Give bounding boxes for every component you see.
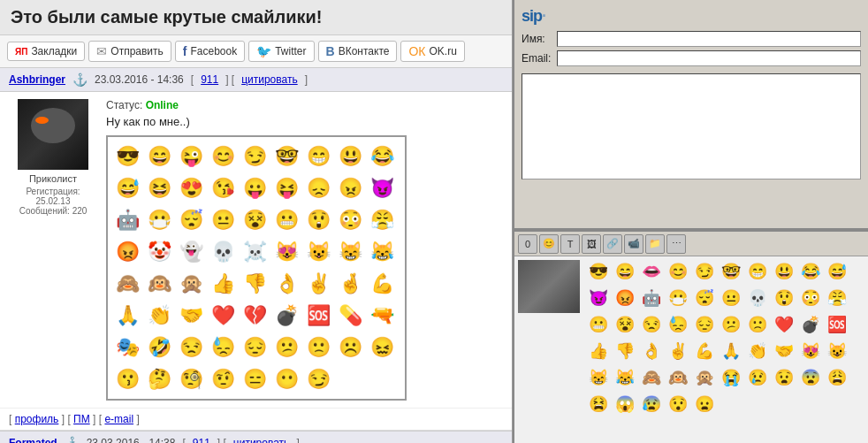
post-2-quote[interactable]: цитировать — [233, 437, 290, 443]
emoji-item[interactable]: 😊 — [207, 141, 239, 172]
picker-emoji-item[interactable]: 👌 — [638, 338, 665, 364]
picker-emoji-item[interactable]: 🤓 — [718, 258, 744, 285]
emoji-item[interactable]: 🙈 — [111, 268, 143, 300]
emoji-item[interactable]: 😠 — [334, 172, 366, 204]
emoji-item[interactable]: 🙏 — [111, 300, 143, 332]
vkontakte-button[interactable]: В ВКонтакте — [318, 41, 398, 62]
emoji-item[interactable]: 🙊 — [175, 268, 207, 300]
emoji-item[interactable]: 😁 — [302, 141, 334, 172]
emoji-item[interactable]: 🤓 — [270, 141, 302, 172]
emoji-item[interactable]: 💪 — [366, 268, 398, 300]
picker-emoji-item[interactable]: 😱 — [612, 391, 638, 417]
picker-emoji-item[interactable]: 😵 — [612, 311, 638, 338]
picker-emoji-item[interactable]: 😄 — [612, 258, 638, 285]
emoji-item[interactable]: 🤨 — [207, 363, 239, 395]
emoji-item[interactable]: 😓 — [207, 332, 239, 363]
picker-emoji-item[interactable]: 😬 — [585, 311, 612, 338]
emoji-item[interactable]: 😲 — [302, 204, 334, 236]
picker-emoji-item[interactable]: 💣 — [797, 311, 824, 338]
emoji-item[interactable]: 🤣 — [143, 332, 175, 363]
picker-emoji-item[interactable]: 😯 — [665, 391, 691, 417]
twitter-button[interactable]: 🐦 Twitter — [248, 41, 314, 62]
emoji-item[interactable]: 🆘 — [302, 300, 334, 332]
emoji-item[interactable]: 😸 — [334, 236, 366, 268]
picker-emoji-item[interactable]: 🙁 — [744, 311, 771, 338]
emoji-item[interactable]: 💀 — [207, 236, 239, 268]
emoji-item[interactable]: 😏 — [302, 363, 334, 395]
profile-link[interactable]: профиль — [15, 413, 59, 425]
emoji-item[interactable]: ✌️ — [302, 268, 334, 300]
email-link[interactable]: e-mail — [104, 413, 133, 425]
picker-emoji-item[interactable]: 😃 — [771, 258, 797, 285]
picker-tool-extra[interactable]: ⋯ — [666, 234, 686, 254]
emoji-item[interactable]: 🙁 — [302, 332, 334, 363]
emoji-item[interactable]: 🤞 — [334, 268, 366, 300]
emoji-item[interactable]: 😬 — [270, 204, 302, 236]
emoji-item[interactable]: 😑 — [239, 363, 270, 395]
emoji-item[interactable]: 😹 — [366, 236, 398, 268]
emoji-item[interactable]: 💔 — [239, 300, 270, 332]
post-2-author[interactable]: Formated — [9, 437, 57, 443]
picker-emoji-item[interactable]: 😺 — [824, 338, 850, 364]
picker-emoji-item[interactable]: 😰 — [638, 391, 665, 417]
facebook-button[interactable]: f Facebook — [175, 41, 245, 62]
picker-tool-0[interactable]: 0 — [518, 234, 537, 254]
emoji-item[interactable]: 😆 — [143, 172, 175, 204]
picker-emoji-item[interactable]: 😦 — [691, 391, 718, 417]
picker-emoji-item[interactable]: 😷 — [665, 285, 691, 311]
emoji-item[interactable]: 😵 — [239, 204, 270, 236]
send-button[interactable]: ✉ Отправить — [88, 41, 171, 62]
picker-emoji-item[interactable]: 😎 — [585, 258, 612, 285]
picker-emoji-item[interactable]: 😁 — [744, 258, 771, 285]
emoji-item[interactable]: 🤡 — [143, 236, 175, 268]
emoji-item[interactable]: 😈 — [366, 172, 398, 204]
picker-emoji-item[interactable]: ❤️ — [771, 311, 797, 338]
picker-emoji-item[interactable]: 😸 — [585, 364, 612, 391]
emoji-item[interactable]: 😳 — [334, 204, 366, 236]
picker-emoji-item[interactable]: 😡 — [612, 285, 638, 311]
emoji-item[interactable]: ☠️ — [239, 236, 270, 268]
emoji-item[interactable]: 😛 — [239, 172, 270, 204]
post-1-num[interactable]: 911 — [201, 73, 218, 86]
picker-tool-link[interactable]: 🔗 — [603, 234, 622, 254]
picker-emoji-item[interactable]: 😢 — [744, 364, 771, 391]
picker-emoji-item[interactable]: 😩 — [824, 364, 850, 391]
picker-emoji-item[interactable]: 😧 — [771, 364, 797, 391]
picker-emoji-item[interactable]: 😊 — [665, 258, 691, 285]
post-1-author[interactable]: Ashbringer — [9, 73, 65, 86]
emoji-item[interactable]: 😜 — [175, 141, 207, 172]
picker-emoji-item[interactable]: 🤝 — [771, 338, 797, 364]
emoji-item[interactable]: 😏 — [239, 141, 270, 172]
emoji-item[interactable]: 😍 — [175, 172, 207, 204]
emoji-item[interactable]: 😐 — [207, 204, 239, 236]
picker-emoji-item[interactable]: 😨 — [797, 364, 824, 391]
emoji-item[interactable]: 👌 — [270, 268, 302, 300]
picker-emoji-item[interactable]: 💀 — [744, 285, 771, 311]
emoji-item[interactable]: 😔 — [239, 332, 270, 363]
emoji-item[interactable]: 🎭 — [111, 332, 143, 363]
picker-emoji-item[interactable]: 😐 — [718, 285, 744, 311]
emoji-item[interactable]: 😤 — [366, 204, 398, 236]
picker-emoji-item[interactable]: 😻 — [797, 338, 824, 364]
name-input[interactable] — [557, 31, 861, 47]
picker-emoji-item[interactable]: 🙊 — [691, 364, 718, 391]
post-2-num[interactable]: 911 — [193, 437, 210, 443]
emoji-item[interactable]: 😕 — [270, 332, 302, 363]
emoji-item[interactable]: 🤖 — [111, 204, 143, 236]
emoji-item[interactable]: 👎 — [239, 268, 270, 300]
emoji-item[interactable]: 👻 — [175, 236, 207, 268]
emoji-item[interactable]: 😶 — [270, 363, 302, 395]
picker-emoji-item[interactable]: 😤 — [824, 285, 850, 311]
picker-emoji-item[interactable]: 🙈 — [638, 364, 665, 391]
picker-emoji-item[interactable]: 👍 — [585, 338, 612, 364]
emoji-item[interactable]: 😂 — [366, 141, 398, 172]
emoji-item[interactable]: 😅 — [111, 172, 143, 204]
emoji-item[interactable]: 😃 — [334, 141, 366, 172]
email-input[interactable] — [557, 50, 861, 66]
emoji-item[interactable]: 😞 — [302, 172, 334, 204]
picker-emoji-item[interactable]: 😕 — [718, 311, 744, 338]
picker-emoji-item[interactable]: 😹 — [612, 364, 638, 391]
emoji-item[interactable]: 😷 — [143, 204, 175, 236]
emoji-item[interactable]: 💊 — [334, 300, 366, 332]
picker-emoji-item[interactable]: 😭 — [718, 364, 744, 391]
